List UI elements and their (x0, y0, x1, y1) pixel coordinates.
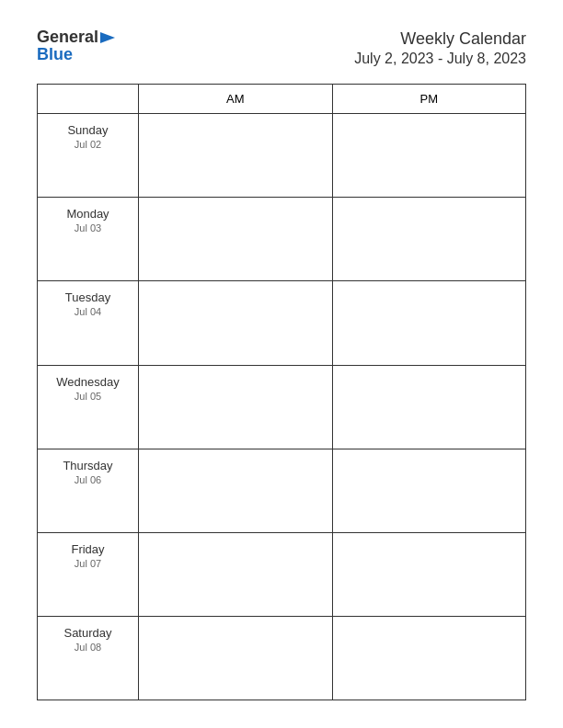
pm-cell-monday[interactable] (332, 198, 526, 281)
header-empty-cell (38, 85, 139, 114)
day-date: Jul 05 (41, 391, 134, 402)
day-name: Saturday (41, 626, 134, 640)
logo-blue-text: Blue (37, 45, 73, 64)
day-name: Tuesday (41, 290, 134, 304)
day-date: Jul 03 (41, 222, 134, 233)
calendar-title: Weekly Calendar (354, 28, 526, 51)
am-cell-saturday[interactable] (139, 616, 333, 700)
day-name: Friday (41, 542, 134, 556)
day-date: Jul 07 (41, 558, 134, 569)
table-row: SundayJul 02 (38, 114, 526, 198)
day-date: Jul 08 (41, 642, 134, 653)
day-cell-friday: FridayJul 07 (38, 532, 139, 616)
am-cell-thursday[interactable] (139, 449, 333, 532)
am-cell-wednesday[interactable] (139, 365, 333, 449)
table-row: MondayJul 03 (38, 198, 526, 281)
day-cell-wednesday: WednesdayJul 05 (38, 365, 139, 449)
table-row: SaturdayJul 08 (38, 616, 526, 700)
am-cell-sunday[interactable] (139, 114, 333, 198)
day-cell-sunday: SundayJul 02 (38, 114, 139, 198)
title-section: Weekly Calendar July 2, 2023 - July 8, 2… (354, 28, 526, 67)
pm-cell-tuesday[interactable] (332, 281, 526, 365)
logo: GeneralBlue (37, 28, 116, 64)
logo-general: General (37, 28, 98, 47)
table-row: FridayJul 07 (38, 532, 526, 616)
day-name: Wednesday (41, 375, 134, 389)
table-row: TuesdayJul 04 (38, 281, 526, 365)
day-date: Jul 04 (41, 306, 134, 317)
am-cell-friday[interactable] (139, 532, 333, 616)
logo-triangle-icon (100, 32, 115, 43)
pm-cell-friday[interactable] (332, 532, 526, 616)
table-header-row: AM PM (38, 85, 526, 114)
day-cell-thursday: ThursdayJul 06 (38, 449, 139, 532)
day-cell-tuesday: TuesdayJul 04 (38, 281, 139, 365)
header-am-cell: AM (139, 85, 333, 114)
table-row: ThursdayJul 06 (38, 449, 526, 532)
day-name: Sunday (41, 123, 134, 137)
day-date: Jul 06 (41, 474, 134, 485)
day-name: Monday (41, 207, 134, 221)
am-cell-tuesday[interactable] (139, 281, 333, 365)
table-row: WednesdayJul 05 (38, 365, 526, 449)
calendar-dates: July 2, 2023 - July 8, 2023 (354, 51, 526, 67)
am-cell-monday[interactable] (139, 198, 333, 281)
header: GeneralBlue Weekly Calendar July 2, 2023… (37, 28, 526, 67)
pm-cell-thursday[interactable] (332, 449, 526, 532)
header-pm-cell: PM (332, 85, 526, 114)
calendar-table: AM PM SundayJul 02MondayJul 03TuesdayJul… (37, 84, 526, 700)
pm-cell-saturday[interactable] (332, 616, 526, 700)
svg-marker-0 (100, 32, 115, 43)
day-cell-saturday: SaturdayJul 08 (38, 616, 139, 700)
day-cell-monday: MondayJul 03 (38, 198, 139, 281)
pm-cell-wednesday[interactable] (332, 365, 526, 449)
day-date: Jul 02 (41, 139, 134, 150)
day-name: Thursday (41, 459, 134, 472)
page: GeneralBlue Weekly Calendar July 2, 2023… (0, 0, 563, 728)
pm-cell-sunday[interactable] (332, 114, 526, 198)
